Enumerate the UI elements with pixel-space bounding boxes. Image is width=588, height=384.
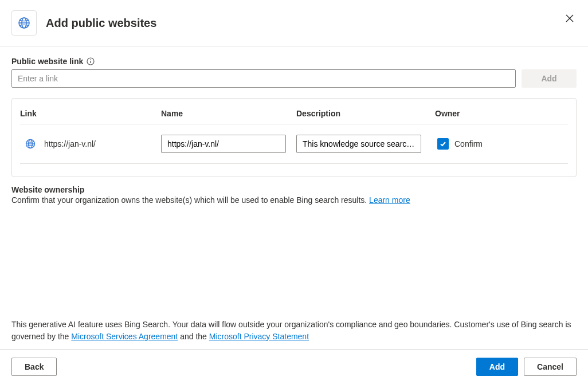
cell-name [161,135,296,153]
dialog-title: Add public websites [46,17,156,30]
add-link-button[interactable]: Add [522,69,577,88]
globe-icon [25,138,36,150]
websites-table: Link Name Description Owner [20,107,568,164]
col-link: Link [20,109,161,118]
dialog-footer: Back Add Cancel [0,349,588,384]
dialog-body: Public website link Add Link Name Descri… [0,46,588,349]
svg-rect-7 [91,60,91,61]
services-agreement-link[interactable]: Microsoft Services Agreement [71,332,178,341]
dialog-header: Add public websites [0,0,588,46]
description-input[interactable] [296,135,421,153]
ownership-section: Website ownership Confirm that your orga… [11,185,577,205]
name-input[interactable] [161,135,286,153]
privacy-statement-link[interactable]: Microsoft Privacy Statement [209,332,309,341]
col-description: Description [296,109,435,118]
col-name: Name [161,109,296,118]
table-header: Link Name Description Owner [20,107,568,124]
col-owner: Owner [435,109,568,118]
link-field-label-row: Public website link [11,57,577,66]
learn-more-link[interactable]: Learn more [369,195,410,205]
cell-link-text: https://jan-v.nl/ [44,139,96,148]
check-icon [440,140,446,147]
globe-icon-tile [11,10,37,36]
link-field-label: Public website link [11,57,83,66]
owner-confirm-checkbox[interactable] [437,138,449,150]
disclosure-text: This generative AI feature uses Bing Sea… [11,319,577,342]
link-input-row: Add [11,69,577,88]
ownership-description: Confirm that your organization owns the … [11,195,577,205]
link-input[interactable] [11,69,516,88]
add-button[interactable]: Add [476,358,518,376]
close-button[interactable] [564,13,575,24]
ownership-title: Website ownership [11,185,577,194]
cell-link: https://jan-v.nl/ [20,138,161,150]
table-row: https://jan-v.nl/ Confi [20,124,568,164]
back-button[interactable]: Back [11,358,57,376]
svg-rect-6 [91,61,91,63]
info-icon[interactable] [87,57,95,65]
cell-description [296,135,435,153]
close-icon [565,14,574,23]
dialog-add-public-websites: Add public websites Public website link … [0,0,588,384]
globe-icon [17,16,31,30]
disclosure-mid: and the [178,332,209,341]
owner-confirm-label: Confirm [454,139,483,148]
websites-panel: Link Name Description Owner [11,98,577,177]
cancel-button[interactable]: Cancel [524,358,577,376]
ownership-description-text: Confirm that your organization owns the … [11,195,369,205]
cell-owner: Confirm [435,138,568,150]
